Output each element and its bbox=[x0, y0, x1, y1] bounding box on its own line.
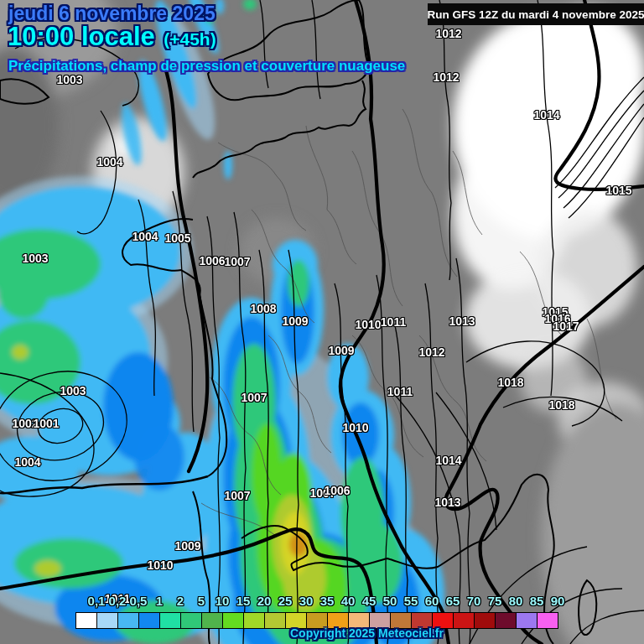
pressure-label: 1013 bbox=[434, 496, 460, 509]
scale-color-box bbox=[201, 612, 223, 629]
run-info-box: Run GFS 12Z du mardi 4 novembre 2025 bbox=[428, 3, 644, 25]
scale-value-label: 75 bbox=[488, 594, 502, 608]
pressure-label: 1014 bbox=[533, 108, 559, 122]
pressure-label: 1007 bbox=[224, 255, 250, 268]
copyright-text: Copyright 2025 Meteociel.fr bbox=[290, 626, 444, 640]
scale-value-label: 0,2 bbox=[109, 594, 127, 608]
pressure-label: 1008 bbox=[250, 302, 276, 315]
pressure-label: 1004 bbox=[132, 230, 158, 243]
pressure-label: 1009 bbox=[328, 344, 354, 357]
scale-color-box bbox=[264, 612, 286, 629]
pressure-label: 1006 bbox=[324, 484, 350, 497]
pressure-label: 1005 bbox=[164, 231, 190, 245]
pressure-label: 1010 bbox=[147, 558, 173, 572]
scale-value-label: 20 bbox=[257, 594, 272, 608]
pressure-label: 1010 bbox=[355, 318, 381, 331]
scale-value-label: 15 bbox=[236, 594, 251, 608]
scale-value-label: 1 bbox=[156, 594, 163, 608]
pressure-label: 1004 bbox=[14, 455, 40, 469]
scale-color-box bbox=[180, 612, 202, 629]
scale-color-box bbox=[537, 612, 558, 629]
scale-color-box bbox=[495, 612, 517, 629]
scale-color-box bbox=[117, 612, 139, 629]
pressure-label: 1009 bbox=[174, 539, 200, 553]
scale-value-label: 65 bbox=[446, 594, 460, 608]
scale-value-label: 0,5 bbox=[130, 594, 148, 608]
weather-map-screenshot: 1003100410031004100510061007100810091012… bbox=[0, 0, 644, 644]
pressure-label: 1017 bbox=[553, 319, 579, 333]
scale-value-label: 30 bbox=[299, 594, 314, 608]
scale-value-label: 25 bbox=[278, 594, 293, 608]
scale-value-label: 90 bbox=[551, 594, 565, 608]
scale-value-label: 45 bbox=[362, 594, 377, 608]
pressure-label: 1007 bbox=[224, 489, 250, 502]
run-info-text: Run GFS 12Z du mardi 4 novembre 2025 bbox=[428, 8, 644, 21]
scale-color-box bbox=[516, 612, 538, 629]
scale-color-box bbox=[96, 612, 118, 629]
pressure-label: 1003 bbox=[22, 252, 48, 265]
scale-value-label: 5 bbox=[198, 594, 205, 608]
pressure-label: 1011 bbox=[381, 315, 406, 329]
scale-value-label: 35 bbox=[320, 594, 335, 608]
scale-value-label: 50 bbox=[383, 594, 397, 608]
pressure-label: 1012 bbox=[435, 27, 461, 40]
scale-color-box bbox=[159, 612, 181, 629]
pressure-label: 1011 bbox=[387, 385, 413, 398]
pressure-label: 1007 bbox=[241, 391, 267, 404]
pressure-label: 1003 bbox=[60, 384, 86, 397]
scale-value-label: 80 bbox=[509, 594, 523, 608]
scale-value-label: 85 bbox=[530, 594, 544, 608]
scale-color-box bbox=[474, 612, 496, 629]
scale-value-label: 70 bbox=[467, 594, 481, 608]
pressure-label: 1018 bbox=[497, 376, 523, 389]
scale-color-box bbox=[75, 612, 97, 629]
scale-value-label: 2 bbox=[177, 594, 184, 608]
scale-color-box bbox=[453, 612, 475, 629]
scale-value-label: 60 bbox=[425, 594, 439, 608]
pressure-label: 1012 bbox=[433, 70, 459, 84]
pressure-label: 1014 bbox=[435, 454, 461, 467]
pressure-label: 1004 bbox=[96, 155, 122, 169]
pressure-label: 1009 bbox=[282, 314, 308, 328]
pressure-label: 1013 bbox=[449, 314, 475, 328]
pressure-label: 1006 bbox=[199, 254, 225, 267]
scale-color-box bbox=[222, 612, 244, 629]
scale-color-box bbox=[243, 612, 265, 629]
pressure-label: 1003 bbox=[56, 73, 82, 86]
scale-color-box bbox=[138, 612, 160, 629]
scale-value-label: 40 bbox=[341, 594, 356, 608]
pressure-label: 1001 bbox=[33, 417, 59, 430]
pressure-label: 1010 bbox=[342, 421, 368, 434]
scale-value-label: 10 bbox=[216, 594, 230, 608]
pressure-label: 1012 bbox=[418, 345, 444, 359]
pressure-label: 1018 bbox=[548, 398, 574, 412]
pressure-label: 1015 bbox=[605, 184, 631, 197]
scale-value-label: 55 bbox=[404, 594, 418, 608]
scale-value-label: 0,1 bbox=[88, 594, 106, 608]
